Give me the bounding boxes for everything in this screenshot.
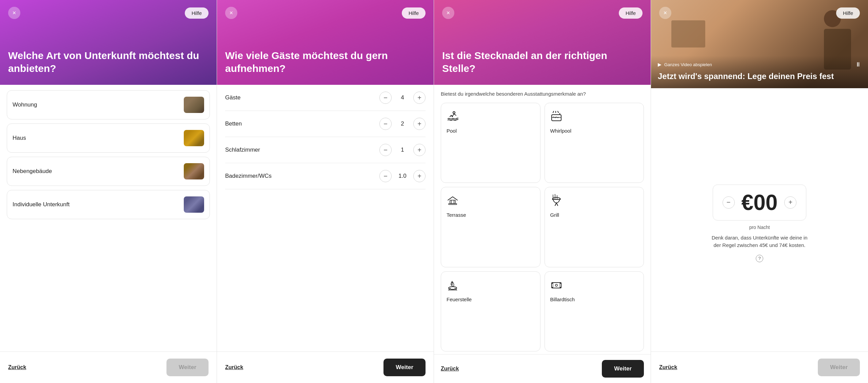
panel2-close-button[interactable]: × xyxy=(225,7,237,19)
panel4-back-button[interactable]: Zurück xyxy=(659,364,677,370)
beds-counter-row: Betten − 2 + xyxy=(225,111,426,137)
accommodation-item-haus[interactable]: Haus xyxy=(7,123,210,153)
panel2-header: × Hilfe xyxy=(217,0,434,26)
panel4-close-button[interactable]: × xyxy=(659,7,671,19)
price-decrement[interactable]: − xyxy=(723,196,735,209)
haus-label: Haus xyxy=(13,135,26,141)
guests-label: Gäste xyxy=(225,94,240,101)
video-title: Jetzt wird's spannend: Lege deinen Preis… xyxy=(658,71,861,81)
panel4-help-button[interactable]: Hilfe xyxy=(836,7,860,19)
price-control: − €00 + xyxy=(713,185,807,221)
panel-price: × Hilfe ▶ Ganzes Video abspielen ⏸ Jetzt… xyxy=(651,0,868,383)
price-value: €00 xyxy=(742,192,778,213)
panel4-header: × Hilfe xyxy=(651,0,868,26)
svg-rect-1 xyxy=(552,115,561,121)
pro-nacht-label: pro Nacht xyxy=(749,225,770,230)
panel1-close-button[interactable]: × xyxy=(8,7,20,19)
wohnung-thumb xyxy=(184,97,204,113)
panel3-next-button[interactable]: Weiter xyxy=(602,360,644,378)
wohnung-label: Wohnung xyxy=(13,101,37,108)
panel4-footer: Zurück Weiter xyxy=(651,351,868,383)
bathrooms-value: 1.0 xyxy=(398,173,407,179)
bathrooms-controls: − 1.0 + xyxy=(379,170,426,182)
svg-line-6 xyxy=(555,203,556,206)
bathrooms-decrement[interactable]: − xyxy=(379,170,392,182)
accommodation-item-neben[interactable]: Nebengebäude xyxy=(7,157,210,186)
panel2-back-button[interactable]: Zurück xyxy=(225,364,243,370)
neben-label: Nebengebäude xyxy=(13,168,52,175)
whirlpool-icon xyxy=(550,110,563,125)
video-play-text: Ganzes Video abspielen xyxy=(664,62,712,67)
price-hint: Denk daran, dass Unterkünfte wie deine i… xyxy=(709,234,810,249)
grill-name: Grill xyxy=(550,212,559,218)
panel3-close-button[interactable]: × xyxy=(442,7,454,19)
amenity-card-feuerstelle[interactable]: Feuerstelle xyxy=(441,271,540,351)
svg-point-18 xyxy=(552,287,553,288)
svg-point-17 xyxy=(560,283,561,284)
grill-icon xyxy=(550,194,563,209)
terrasse-name: Terrasse xyxy=(447,212,466,218)
bedrooms-increment[interactable]: + xyxy=(413,144,426,156)
panel1-body: Wohnung Haus Nebengebäude Individuelle U… xyxy=(0,85,217,351)
panel-guests: × Hilfe Wie viele Gäste möchtest du gern… xyxy=(217,0,434,383)
svg-point-13 xyxy=(555,284,557,286)
panel2-footer: Zurück Weiter xyxy=(217,351,434,383)
panel1-next-button[interactable]: Weiter xyxy=(166,359,209,376)
beds-increment[interactable]: + xyxy=(413,118,426,130)
beds-decrement[interactable]: − xyxy=(379,118,392,130)
billard-icon xyxy=(550,279,563,293)
svg-point-16 xyxy=(552,283,553,284)
panel1-help-button[interactable]: Hilfe xyxy=(185,7,209,19)
amenity-card-grill[interactable]: Grill xyxy=(545,187,644,267)
terrasse-icon xyxy=(447,194,459,209)
panel3-footer: Zurück Weiter xyxy=(434,354,651,383)
panel1-header: × Hilfe xyxy=(0,0,217,26)
panel1-back-button[interactable]: Zurück xyxy=(8,364,26,370)
panel4-video: × Hilfe ▶ Ganzes Video abspielen ⏸ Jetzt… xyxy=(651,0,868,88)
bedrooms-decrement[interactable]: − xyxy=(379,144,392,156)
guests-controls: − 4 + xyxy=(379,92,426,104)
beds-label: Betten xyxy=(225,120,242,127)
panel4-body: − €00 + pro Nacht Denk daran, dass Unter… xyxy=(651,88,868,351)
beds-value: 2 xyxy=(398,120,407,127)
billard-name: Billardtisch xyxy=(550,296,575,302)
panel2-body: Gäste − 4 + Betten − 2 + Schlafzimmer − … xyxy=(217,85,434,351)
amenity-card-terrasse[interactable]: Terrasse xyxy=(441,187,540,267)
panel-accommodation-type: × Hilfe Welche Art von Unterkunft möchte… xyxy=(0,0,217,383)
guests-counter-row: Gäste − 4 + xyxy=(225,85,426,111)
bathrooms-counter-row: Badezimmer/WCs − 1.0 + xyxy=(225,163,426,189)
panel2-help-button[interactable]: Hilfe xyxy=(402,7,426,19)
amenity-card-billard[interactable]: Billardtisch xyxy=(545,271,644,351)
amenity-card-pool[interactable]: Pool xyxy=(441,103,540,183)
panel3-title: Ist die Stecknadel an der richtigen Stel… xyxy=(442,49,643,75)
amenity-grid: Pool Whirlpool xyxy=(434,100,651,354)
bedrooms-counter-row: Schlafzimmer − 1 + xyxy=(225,137,426,163)
accommodation-item-individ[interactable]: Individuelle Unterkunft xyxy=(7,190,210,219)
accommodation-item-wohnung[interactable]: Wohnung xyxy=(7,90,210,119)
bedrooms-value: 1 xyxy=(398,147,407,153)
panel2-next-button[interactable]: Weiter xyxy=(383,359,426,376)
help-circle-icon[interactable]: ? xyxy=(756,255,763,262)
beds-controls: − 2 + xyxy=(379,118,426,130)
price-increment[interactable]: + xyxy=(784,196,796,209)
individ-label: Individuelle Unterkunft xyxy=(13,201,70,208)
panel3-back-button[interactable]: Zurück xyxy=(441,366,459,372)
panel1-title: Welche Art von Unterkunft möchtest du an… xyxy=(8,49,209,75)
pool-icon xyxy=(447,110,459,125)
panel3-header: × Hilfe xyxy=(434,0,651,26)
bathrooms-label: Badezimmer/WCs xyxy=(225,173,272,179)
whirlpool-name: Whirlpool xyxy=(550,128,572,134)
play-triangle-icon: ▶ xyxy=(658,62,662,67)
panel4-next-button[interactable]: Weiter xyxy=(818,359,860,376)
panel-amenities: × Hilfe Ist die Stecknadel an der richti… xyxy=(434,0,651,383)
guests-decrement[interactable]: − xyxy=(379,92,392,104)
amenity-card-whirlpool[interactable]: Whirlpool xyxy=(545,103,644,183)
guests-increment[interactable]: + xyxy=(413,92,426,104)
guests-value: 4 xyxy=(398,94,407,101)
panel2-title: Wie viele Gäste möchtest du gern aufnehm… xyxy=(225,49,426,75)
panel1-footer: Zurück Weiter xyxy=(0,351,217,383)
bathrooms-increment[interactable]: + xyxy=(413,170,426,182)
svg-rect-3 xyxy=(450,200,455,204)
panel3-help-button[interactable]: Hilfe xyxy=(619,7,643,19)
bedrooms-label: Schlafzimmer xyxy=(225,147,260,153)
